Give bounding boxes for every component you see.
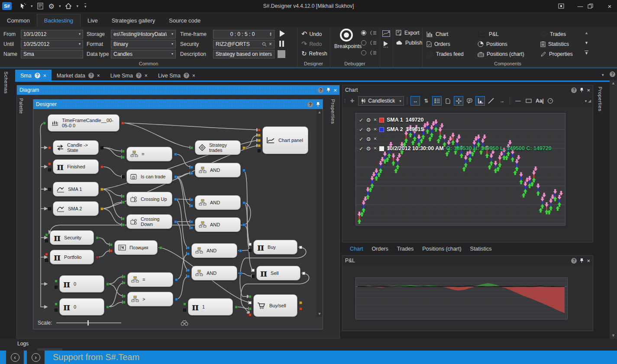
node-is-can-trade[interactable]: Is can trade [126,169,172,184]
port-green[interactable] [55,303,58,306]
drag-handle[interactable]: ⁞ [344,98,346,104]
components-scroll-up-icon[interactable]: ▲ [585,31,588,35]
chart-panel-header[interactable]: Chart ? × [342,85,593,95]
series-type-select[interactable]: Candlestick▾ [358,96,404,106]
publish-button[interactable]: Publish [396,40,422,46]
connect-dropdown-icon[interactable]: ▾ [31,4,33,8]
node-timeframecandle-00-05-0-0[interactable]: TimeFrameCandle__00-05-0 0 [48,114,120,132]
port-black[interactable] [100,146,103,149]
sidebar-tab-properties-outer[interactable]: Properties [598,87,603,114]
port-green[interactable] [106,306,109,309]
port-green[interactable] [122,217,125,220]
close-icon[interactable]: × [587,258,590,264]
result-tab-statistics[interactable]: Statistics [467,245,495,253]
minimize-button[interactable]: — [573,3,588,10]
report-icon[interactable] [37,3,43,10]
ribbon-tab-source-code[interactable]: Source code [162,14,207,27]
port-green[interactable] [122,195,125,198]
port-red[interactable] [258,129,261,132]
port-blue[interactable] [187,252,190,255]
diagram-panel-header[interactable]: Diagram ? × [17,85,339,95]
until-field[interactable]: 10/25/2012▾ [21,40,83,48]
start-button[interactable] [279,30,285,37]
port-blue[interactable] [187,269,190,272]
designer-scrollbar[interactable]: ▲▼ [317,109,323,317]
component-chart[interactable]: Chart [426,30,448,38]
port-black[interactable] [48,168,51,171]
node-sma-2[interactable]: SMA 2 [53,201,99,216]
search-icon[interactable] [262,42,267,47]
help-dropdown-icon[interactable]: ▾ [76,4,78,8]
node-chart-panel[interactable]: Chart panel [262,126,308,154]
port-green[interactable] [55,280,58,283]
port-black[interactable] [258,149,261,152]
ribbon-tab-backtesting[interactable]: Backtesting [37,14,81,27]
port-blue[interactable] [242,169,246,172]
port-green[interactable] [106,283,109,286]
help-icon[interactable]: ? [571,258,577,264]
port-blue[interactable] [190,166,193,169]
line-tool-button[interactable] [486,96,496,106]
port-black[interactable] [183,309,186,312]
node-and[interactable]: AND [191,266,237,280]
port-blue[interactable] [242,223,246,226]
port-black[interactable] [55,286,58,289]
from-field[interactable]: 10/1/2012▾ [21,30,83,39]
node-portfolio[interactable]: πPortfolio [50,250,94,264]
close-icon[interactable]: × [43,73,46,79]
sidebar-tab-palette[interactable]: Palette [19,98,24,119]
security-field[interactable]: RIZ2@FORTS × [213,40,275,48]
port-black[interactable] [252,275,255,278]
port-black[interactable] [48,207,51,210]
port-blue[interactable] [175,278,178,281]
node-buy-sell[interactable]: Buy/sell [253,294,297,317]
redo-button[interactable]: ↷Redo [301,40,322,48]
result-tab-positions-chart-[interactable]: Positions (chart) [419,245,465,253]
close-button[interactable]: × [602,3,617,10]
component-positions[interactable]: Positions [478,40,507,48]
port-blue[interactable] [190,204,193,207]
port-red[interactable] [45,253,48,256]
ribbon-tab-strategies-gallery[interactable]: Strategies gallery [105,14,162,27]
timeframe-field[interactable]: 0 : 0 : 5 : 0▲▼ [213,30,275,39]
port-blue[interactable] [174,198,177,201]
node-security[interactable]: πSecurity [50,230,94,245]
doc-tab-market-data-1[interactable]: Market data?× [52,70,105,81]
node-crossing-down[interactable]: Crossing Down [126,214,172,229]
node-1[interactable]: π1 [188,298,233,316]
gear-icon[interactable]: ⚙ [366,126,371,133]
port-green[interactable] [123,281,126,284]
close-icon[interactable]: × [192,73,195,79]
sort-button[interactable]: ⇅ [421,96,431,106]
port-black[interactable] [45,239,48,242]
node-sell[interactable]: πSell [256,266,300,280]
port-green[interactable] [110,243,113,246]
refresh-button[interactable]: ↻Refresh [301,50,327,58]
port-red[interactable] [100,165,103,168]
node--[interactable]: = [127,272,173,287]
port-blue[interactable] [174,153,177,156]
port-blue[interactable] [174,175,177,178]
port-green[interactable] [96,236,99,239]
resize-grip-icon[interactable]: ◢ [588,99,591,103]
sidebar-tab-properties-inner[interactable]: Properties [330,99,336,127]
components-scroll-down-icon[interactable]: ▼ [585,41,588,45]
component-p-l[interactable]: P&L [478,30,499,38]
sidebar-tab-schemas[interactable]: Schemas [3,71,9,97]
help-icon[interactable]: ? [318,87,323,93]
port-black[interactable] [48,188,51,191]
close-icon[interactable]: × [374,136,377,142]
component-trades-feed[interactable]: Trades feed [426,50,464,58]
curve-analytics-button[interactable] [382,30,390,37]
check-icon[interactable]: ✓ [359,117,363,123]
port-blue[interactable] [187,246,190,249]
close-icon[interactable]: × [374,145,377,151]
port-red[interactable] [121,122,124,125]
debug-step-row-3[interactable] [361,50,377,55]
port-green[interactable] [249,307,252,310]
node--[interactable]: > [127,292,173,306]
port-green[interactable] [183,303,186,306]
crosshair-button[interactable] [454,96,463,106]
port-green[interactable] [43,122,46,125]
port-yellow[interactable] [242,146,246,149]
